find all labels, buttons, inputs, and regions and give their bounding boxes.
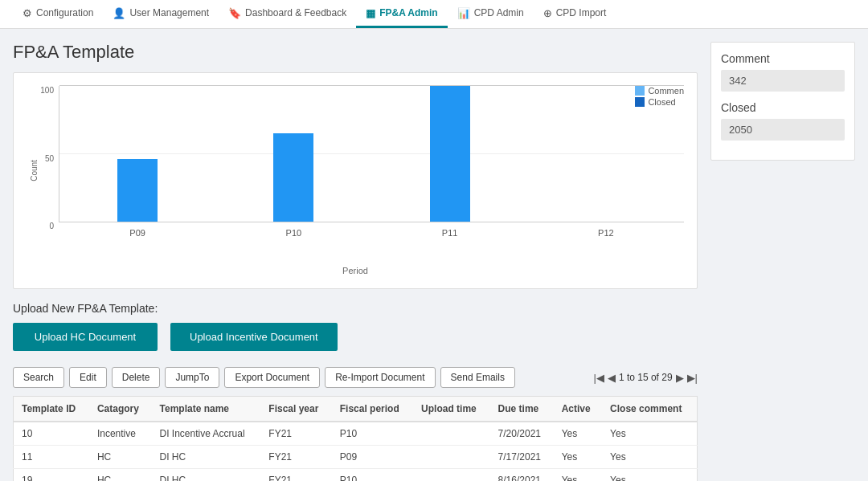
cell-due-time: 7/17/2021 <box>490 446 554 469</box>
bar-label-p12: P12 <box>598 228 614 238</box>
cell-name: DI HC <box>152 469 261 482</box>
cell-id: 19 <box>14 469 89 482</box>
nav-cpd-import-label: CPD Import <box>556 7 607 18</box>
last-page-button[interactable]: ▶| <box>687 372 698 384</box>
sidebar-closed-title: Closed <box>721 101 845 114</box>
nav-dashboard-feedback[interactable]: 🔖 Dashboard & Feedback <box>219 0 356 28</box>
chart-card: 100 50 0 Count P09 <box>13 72 698 289</box>
table-row[interactable]: 11 HC DI HC FY21 P09 7/17/2021 Yes Yes <box>14 446 698 469</box>
bookmark-icon: 🔖 <box>228 7 241 19</box>
cell-upload-time <box>413 422 490 446</box>
legend-closed: Closed <box>635 97 684 107</box>
cell-fiscal-year: FY21 <box>260 422 331 446</box>
bar-label-p10: P10 <box>286 228 302 238</box>
sidebar-comment-title: Comment <box>721 52 845 65</box>
main-content: FP&A Template 100 50 0 Count <box>13 42 698 481</box>
col-close-comment: Close comment <box>602 397 697 422</box>
sidebar: Comment 342 Closed 2050 <box>710 42 855 481</box>
jump-to-button[interactable]: JumpTo <box>165 367 219 388</box>
chart-area: 100 50 0 Count P09 <box>27 86 684 247</box>
sidebar-card: Comment 342 Closed 2050 <box>710 42 855 161</box>
cell-due-time: 8/16/2021 <box>490 469 554 482</box>
cell-id: 11 <box>14 446 89 469</box>
top-navigation: ⚙ Configuration 👤 User Management 🔖 Dash… <box>0 0 868 29</box>
cell-category: HC <box>89 469 152 482</box>
col-active: Active <box>554 397 602 422</box>
export-document-button[interactable]: Export Document <box>224 367 320 388</box>
cell-active: Yes <box>554 469 602 482</box>
delete-button[interactable]: Delete <box>112 367 161 388</box>
cell-upload-time <box>413 469 490 482</box>
prev-page-button[interactable]: ◀ <box>608 372 616 384</box>
cell-id: 10 <box>14 422 89 446</box>
nav-dashboard-feedback-label: Dashboard & Feedback <box>245 7 346 18</box>
table-header-row: Template ID Catagory Template name Fisca… <box>14 397 698 422</box>
col-fiscal-period: Fiscal period <box>332 397 413 422</box>
nav-cpd-import[interactable]: ⊕ CPD Import <box>534 0 616 28</box>
bar-label-p09: P09 <box>129 228 145 238</box>
upload-incentive-button[interactable]: Upload Incentive Document <box>170 323 338 351</box>
x-axis-label: Period <box>27 266 684 275</box>
cell-fiscal-period: P09 <box>332 446 413 469</box>
nav-configuration-label: Configuration <box>36 7 93 18</box>
chart-legend: Commen Closed <box>635 86 684 108</box>
nav-configuration[interactable]: ⚙ Configuration <box>13 0 103 28</box>
bar-chart-icon: 📊 <box>457 7 470 19</box>
nav-user-management-label: User Management <box>129 7 209 18</box>
cell-fiscal-period: P10 <box>332 469 413 482</box>
legend-comment-label: Commen <box>648 86 684 96</box>
bar-group-p10: P10 <box>215 86 371 222</box>
cell-upload-time <box>413 446 490 469</box>
cell-fiscal-year: FY21 <box>260 469 331 482</box>
table-row[interactable]: 19 HC DI HC FY21 P10 8/16/2021 Yes Yes <box>14 469 698 482</box>
cell-fiscal-year: FY21 <box>260 446 331 469</box>
col-template-id: Template ID <box>14 397 89 422</box>
grid-icon: ▦ <box>366 7 375 19</box>
y-tick-50: 50 <box>45 154 54 163</box>
first-page-button[interactable]: |◀ <box>593 372 604 384</box>
legend-comment-dot <box>635 86 645 96</box>
nav-fpa-admin[interactable]: ▦ FP&A Admin <box>356 0 447 28</box>
upload-buttons: Upload HC Document Upload Incentive Docu… <box>13 323 698 351</box>
pagination: |◀ ◀ 1 to 15 of 29 ▶ ▶| <box>593 372 698 384</box>
nav-user-management[interactable]: 👤 User Management <box>103 0 219 28</box>
bar-p10 <box>273 133 313 222</box>
next-page-button[interactable]: ▶ <box>676 372 684 384</box>
cell-close-comment: Yes <box>602 469 697 482</box>
bar-p11 <box>430 86 470 222</box>
toolbar: Search Edit Delete JumpTo Export Documen… <box>13 367 698 388</box>
cell-fiscal-period: P10 <box>332 422 413 446</box>
col-fiscal-year: Fiscal year <box>260 397 331 422</box>
reimport-document-button[interactable]: Re-Import Document <box>325 367 435 388</box>
nav-fpa-admin-label: FP&A Admin <box>379 7 437 18</box>
cell-category: Incentive <box>89 422 152 446</box>
data-table: Template ID Catagory Template name Fisca… <box>13 396 698 481</box>
cell-due-time: 7/20/2021 <box>490 422 554 446</box>
upload-hc-button[interactable]: Upload HC Document <box>13 323 158 351</box>
config-icon: ⚙ <box>23 7 32 19</box>
import-icon: ⊕ <box>543 7 552 19</box>
cell-name: DI HC <box>152 446 261 469</box>
cell-active: Yes <box>554 422 602 446</box>
bar-group-p11: P11 <box>372 86 528 222</box>
sidebar-comment-value: 342 <box>721 70 845 92</box>
nav-cpd-admin[interactable]: 📊 CPD Admin <box>448 0 534 28</box>
table-row[interactable]: 10 Incentive DI Incentive Accrual FY21 P… <box>14 422 698 446</box>
sidebar-closed-value: 2050 <box>721 119 845 141</box>
bar-p09 <box>117 159 158 222</box>
legend-closed-label: Closed <box>648 97 675 107</box>
nav-cpd-admin-label: CPD Admin <box>474 7 524 18</box>
cell-category: HC <box>89 446 152 469</box>
upload-label: Upload New FP&A Template: <box>13 302 698 315</box>
send-emails-button[interactable]: Send Emails <box>440 367 515 388</box>
search-button[interactable]: Search <box>13 367 64 388</box>
bar-group-p09: P09 <box>59 86 215 222</box>
edit-button[interactable]: Edit <box>69 367 107 388</box>
y-axis-label: Count <box>30 160 39 181</box>
bar-label-p11: P11 <box>442 228 458 238</box>
cell-active: Yes <box>554 446 602 469</box>
y-tick-100: 100 <box>40 86 54 95</box>
cell-close-comment: Yes <box>602 446 697 469</box>
y-tick-0: 0 <box>49 222 54 230</box>
col-template-name: Template name <box>152 397 261 422</box>
